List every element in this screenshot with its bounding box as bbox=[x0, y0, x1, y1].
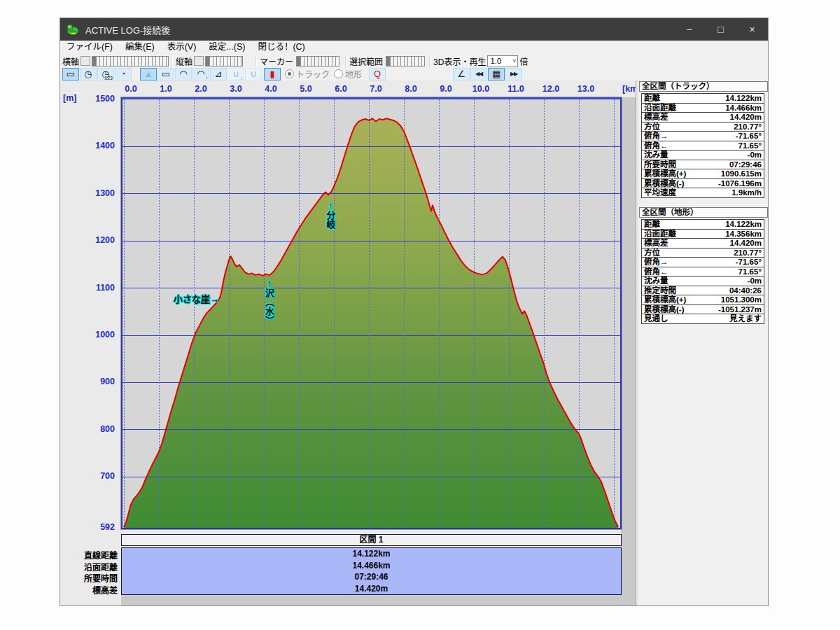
summary-row: 俯角←71.65° bbox=[641, 141, 764, 151]
summary-label: 見通し bbox=[644, 314, 668, 323]
summary-row: 距離14.122km bbox=[641, 93, 764, 104]
forward-icon-button[interactable]: ▶▶ bbox=[505, 68, 522, 80]
summary-row: 距離14.122km bbox=[641, 219, 764, 230]
clock-icon-button[interactable]: ◷ bbox=[80, 68, 97, 80]
marker-pen-icon: ▮ bbox=[270, 69, 274, 79]
summary-label: 沈み量 bbox=[644, 276, 668, 285]
radio-track-dot bbox=[285, 69, 294, 78]
gauge-icon-button[interactable]: ◠ bbox=[175, 68, 192, 80]
v-axis-zoom-slider[interactable] bbox=[205, 56, 243, 66]
x-axis-tick: 10.0 bbox=[467, 84, 495, 94]
summary-row: 沈み量-0m bbox=[641, 150, 764, 160]
x-axis-tick: 2.0 bbox=[187, 84, 215, 94]
chart-right-margin bbox=[621, 97, 636, 606]
h-axis-zoom-slider[interactable] bbox=[92, 56, 169, 66]
app-window: ACTIVE LOG-接続後 − □ × ファイル(F)編集(E)表示(V)設定… bbox=[59, 18, 769, 606]
radio-track[interactable]: トラック bbox=[285, 68, 330, 80]
gauge-clock-icon-sub: ◔ bbox=[205, 76, 208, 80]
menu-bar: ファイル(F)編集(E)表示(V)設定...(S)閉じる！(C) bbox=[60, 41, 768, 55]
playback-speed-select[interactable]: 1.0 ˅ bbox=[487, 55, 518, 67]
summary-value: -0m bbox=[748, 150, 762, 159]
section-row-value: 14.420m bbox=[122, 583, 621, 595]
h-axis-reset-button[interactable] bbox=[80, 56, 90, 66]
playback-label: 3D表示・再生 bbox=[433, 55, 486, 67]
timer-icon-button[interactable]: ◔ bbox=[115, 68, 132, 80]
summary-value: -0m bbox=[748, 276, 762, 285]
profile-icon-button[interactable]: ▲ bbox=[140, 68, 157, 80]
menu-settings[interactable]: 設定...(S) bbox=[202, 41, 251, 54]
close-button[interactable]: × bbox=[736, 18, 768, 41]
section-table: 14.122km14.466km07:29:4614.420m bbox=[121, 547, 622, 595]
minimize-button[interactable]: − bbox=[673, 18, 705, 41]
gauge-clock-icon-button[interactable]: ◠◔ bbox=[192, 68, 209, 80]
elevation-plot[interactable]: 小さな崖→↑沢（水）↑分岐 bbox=[121, 97, 622, 529]
summary-row: 累積標高(-)-1076.196m bbox=[641, 178, 764, 189]
playback-speed-value: 1.0 bbox=[490, 57, 501, 65]
section-row-label: 沿面距離 bbox=[60, 561, 118, 573]
summary-label: 推定時間 bbox=[644, 286, 676, 295]
slope-edit-icon-button[interactable]: ∠ bbox=[453, 68, 470, 80]
summary-label: 沿面距離 bbox=[644, 230, 676, 238]
y-axis-tick: 700 bbox=[74, 471, 115, 481]
caption-buttons: − □ × bbox=[673, 18, 768, 41]
forward-icon: ▶▶ bbox=[510, 71, 517, 77]
menu-file[interactable]: ファイル(F) bbox=[60, 41, 119, 54]
x-axis-unit: [km] bbox=[622, 84, 636, 94]
separator bbox=[345, 55, 346, 66]
y-axis-tick: 800 bbox=[74, 424, 115, 434]
summary-label: 累積標高(-) bbox=[644, 179, 685, 188]
menu-close[interactable]: 閉じる！(C) bbox=[251, 41, 311, 54]
summary-row: 累積標高(+)1051.300m bbox=[641, 295, 764, 305]
marker-pen-icon-button[interactable]: ▮ bbox=[264, 68, 281, 80]
summary-label: 俯角→ bbox=[644, 132, 668, 140]
clock-log-icon-sub: 123 bbox=[104, 76, 113, 80]
x-axis-tick: 9.0 bbox=[432, 84, 460, 94]
range-marker-icon-button[interactable]: Q bbox=[369, 68, 386, 80]
summary-value: 71.65° bbox=[738, 141, 762, 150]
radio-terrain-dot bbox=[334, 69, 343, 78]
summary-label: 方位 bbox=[644, 122, 660, 131]
summary-row: 沈み量-0m bbox=[641, 276, 764, 286]
v-axis-reset-button[interactable] bbox=[194, 56, 204, 66]
summary-label: 累積標高(-) bbox=[644, 305, 685, 314]
radio-terrain[interactable]: 地形 bbox=[334, 68, 362, 80]
clock-log-icon-button[interactable]: ◷123 bbox=[97, 68, 114, 80]
marker-slider[interactable] bbox=[296, 56, 340, 66]
stop-icon-button[interactable]: ▦ bbox=[488, 68, 505, 80]
ruler-v-icon-button[interactable]: ▭ bbox=[158, 68, 174, 80]
summary-value: -71.65° bbox=[736, 258, 762, 266]
menu-edit[interactable]: 編集(E) bbox=[119, 41, 161, 54]
ruler-icon-button[interactable]: ▭ bbox=[62, 68, 79, 80]
separator bbox=[429, 55, 430, 66]
separator bbox=[255, 55, 257, 66]
slope-icon-button[interactable]: ⊿ bbox=[210, 68, 227, 80]
summary-row: 方位210.77° bbox=[641, 248, 764, 258]
rewind-icon-button[interactable]: ◀◀ bbox=[470, 68, 487, 80]
summary-label: 累積標高(+) bbox=[644, 169, 686, 178]
marker-label: マーカー bbox=[260, 55, 293, 67]
summary-row: 所要時間07:29:46 bbox=[641, 160, 764, 170]
summary-row: 標高差14.420m bbox=[641, 238, 764, 248]
titlebar[interactable]: ACTIVE LOG-接続後 − □ × bbox=[60, 18, 768, 41]
plug-auto-icon-sub: ‥ bbox=[257, 75, 260, 80]
y-axis-tick: 1400 bbox=[74, 141, 115, 150]
chart-area: [m] [km] 0.01.02.03.04.05.06.07.08.09.01… bbox=[60, 80, 636, 606]
maximize-button[interactable]: □ bbox=[705, 18, 736, 41]
x-axis-tick: 13.0 bbox=[572, 84, 600, 94]
y-axis-tick: 900 bbox=[74, 377, 115, 386]
section-header: 区間 1 bbox=[121, 534, 622, 546]
radio-track-label: トラック bbox=[296, 68, 330, 80]
summary-value: 14.122km bbox=[725, 220, 762, 228]
section-row-label: 所要時間 bbox=[60, 572, 118, 584]
menu-view[interactable]: 表示(V) bbox=[161, 41, 203, 54]
summary-row: 累積標高(-)-1051.237m bbox=[641, 304, 764, 315]
plug-1-icon-button: ∪1 bbox=[227, 68, 244, 80]
clock-icon: ◷ bbox=[84, 69, 92, 79]
x-axis-tick: 7.0 bbox=[362, 84, 390, 94]
timer-icon: ◔ bbox=[120, 69, 126, 79]
track-summary-table: 距離14.122km沿面距離14.466km標高差14.420m方位210.77… bbox=[641, 94, 764, 198]
summary-label: 所要時間 bbox=[644, 160, 676, 169]
summary-value: -1076.196m bbox=[718, 179, 762, 188]
selection-range-slider[interactable] bbox=[386, 56, 425, 66]
x-axis-tick: 1.0 bbox=[152, 84, 180, 94]
